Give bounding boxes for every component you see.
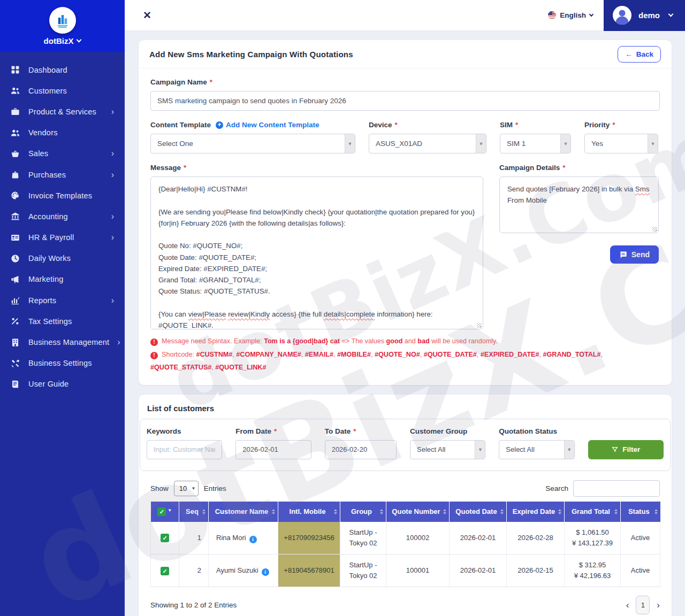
sort-icon[interactable] <box>654 509 658 514</box>
quotation-status-field: Quotation Status Select All ▼ <box>499 427 574 459</box>
add-content-template-link[interactable]: + Add New Content Template <box>216 121 319 129</box>
flag-icon <box>548 11 556 19</box>
row-checkbox[interactable] <box>161 534 169 542</box>
sidebar-item-business-settings[interactable]: Business Settings <box>0 353 125 374</box>
search-label: Search <box>545 484 568 492</box>
chevron-down-icon <box>589 12 593 16</box>
brand[interactable]: dotBizX <box>0 0 125 52</box>
quoted-date-cell: 2026-02-01 <box>450 522 507 555</box>
chevron-right-icon: › <box>117 338 120 346</box>
column-header-customer-name[interactable]: Customer Name <box>209 502 278 522</box>
campaign-details-textarea[interactable]: Send quotes [February 2026] in bulk via … <box>499 176 659 233</box>
info-icon[interactable]: i <box>262 568 269 576</box>
sidebar-item-tax-settings[interactable]: Tax Settings <box>0 311 125 332</box>
grand-total-cell: $ 1,061.50¥ 143,127.39 <box>565 522 621 555</box>
sidebar-item-label: Customers <box>28 87 67 95</box>
sidebar-item-reports[interactable]: Reports› <box>0 290 125 311</box>
sidebar-item-label: Product & Services <box>28 107 96 116</box>
column-header-status[interactable]: Status <box>621 502 660 522</box>
column-header-grand-total[interactable]: Grand Total <box>565 502 621 522</box>
customers-title: List of customers <box>139 395 672 419</box>
table-search-input[interactable] <box>573 480 660 497</box>
to-date-label: To Date <box>325 427 351 435</box>
sort-icon[interactable] <box>380 509 383 514</box>
expired-date-cell: 2026-02-28 <box>507 522 565 555</box>
from-date-input[interactable] <box>235 440 311 459</box>
sidebar-item-purchases[interactable]: Purchases› <box>0 164 125 185</box>
column-header-seq[interactable]: Seq <box>179 502 209 522</box>
device-field: Device* ASUS_X01AD ▼ <box>369 121 486 153</box>
content-template-select[interactable]: Select One ▼ <box>150 134 355 153</box>
sidebar-item-hr-payroll[interactable]: HR & Payroll› <box>0 227 125 248</box>
column-header-group[interactable]: Group <box>340 502 386 522</box>
column-header-intl-mobile[interactable]: Intl. Mobile <box>278 502 340 522</box>
filter-card: Keywords From Date* To Date* Customer Gr… <box>140 419 671 471</box>
sidebar-item-label: Sales <box>28 149 48 158</box>
resize-grip[interactable] <box>477 323 482 328</box>
sidebar-item-dashboard[interactable]: Dashboard <box>0 59 125 80</box>
vendors-icon <box>10 128 20 138</box>
send-button[interactable]: Send <box>610 245 659 264</box>
chevron-right-icon: › <box>111 107 114 116</box>
column-header-expired-date[interactable]: Expired Date <box>507 502 565 522</box>
sidebar-item-sales[interactable]: Sales› <box>0 143 125 164</box>
grand-total-cell: $ 312.95¥ 42,196.63 <box>565 554 621 587</box>
tax-settings-icon <box>10 316 20 326</box>
sort-icon[interactable] <box>334 509 337 514</box>
sort-icon[interactable] <box>500 509 504 514</box>
select-all-checkbox[interactable] <box>157 507 166 516</box>
customer-group-select[interactable]: Select All ▼ <box>410 440 485 459</box>
sidebar-item-invoice-templates[interactable]: Invoice Templates <box>0 185 125 206</box>
back-button[interactable]: ← Back <box>618 46 661 63</box>
column-header-quoted-date[interactable]: Quoted Date <box>450 502 507 522</box>
sim-select[interactable]: SIM 1 ▼ <box>500 134 571 153</box>
sidebar-item-accounting[interactable]: Accounting› <box>0 206 125 227</box>
sidebar-item-label: Reports <box>28 296 56 305</box>
resize-grip[interactable] <box>652 227 657 232</box>
user-menu[interactable]: demo <box>604 0 685 31</box>
select-all-header[interactable]: ▼ <box>151 502 179 522</box>
filter-button[interactable]: Filter <box>588 440 664 459</box>
sort-icon[interactable] <box>443 509 446 514</box>
brand-name: dotBizX <box>44 36 74 45</box>
language-label: English <box>560 11 586 19</box>
sidebar-item-daily-works[interactable]: Daily Works <box>0 248 125 269</box>
to-date-input[interactable] <box>325 440 397 459</box>
customer-name-cell: Rina Morii <box>209 522 278 555</box>
sidebar-item-label: Tax Settings <box>28 317 72 326</box>
column-header-quote-number[interactable]: Quote Number <box>386 502 450 522</box>
keywords-input[interactable] <box>147 440 222 459</box>
sidebar-item-marketing[interactable]: Marketing <box>0 269 125 290</box>
sidebar-item-label: Business Management <box>28 338 109 346</box>
current-page-button[interactable]: 1 <box>636 596 650 614</box>
row-checkbox[interactable] <box>161 567 169 575</box>
sidebar-item-user-guide[interactable]: User Guide <box>0 374 125 395</box>
device-select[interactable]: ASUS_X01AD ▼ <box>369 134 486 153</box>
language-selector[interactable]: English <box>548 11 593 19</box>
close-icon[interactable]: ✕ <box>143 9 151 21</box>
priority-select[interactable]: Yes ▼ <box>584 134 658 153</box>
sidebar-item-business-management[interactable]: Business Management› <box>0 332 125 352</box>
quotation-status-select[interactable]: Select All ▼ <box>499 440 574 459</box>
sort-icon[interactable] <box>202 509 206 514</box>
chevron-right-icon: › <box>111 296 114 305</box>
sidebar-item-customers[interactable]: Customers <box>0 80 125 101</box>
prev-page-button[interactable]: ‹ <box>626 600 629 610</box>
campaign-name-input[interactable] <box>150 91 660 111</box>
seq-cell: 1 <box>179 522 209 555</box>
quote-number-cell: 100001 <box>386 554 450 587</box>
message-textarea[interactable]: {Dear|Hello|Hi} #CUSTNM#! {We are sendin… <box>150 176 483 329</box>
sort-icon[interactable] <box>558 509 561 514</box>
sort-icon[interactable] <box>272 509 275 514</box>
info-icon[interactable]: i <box>249 536 257 543</box>
sidebar-item-vendors[interactable]: Vendors <box>0 122 125 143</box>
seq-cell: 2 <box>179 554 209 587</box>
next-page-button[interactable]: › <box>657 600 660 610</box>
show-entries-select[interactable]: 10 ▾ <box>174 481 199 496</box>
chevron-right-icon: › <box>111 149 114 158</box>
customers-panel: List of customers Keywords From Date* To… <box>139 395 672 616</box>
entries-summary: Showing 1 to 2 of 2 Entries <box>150 601 237 609</box>
campaign-panel: Add New Sms Marketing Campaign With Quot… <box>139 40 672 385</box>
sidebar-item-product-services[interactable]: Product & Services› <box>0 101 125 122</box>
sort-icon[interactable] <box>614 509 618 514</box>
